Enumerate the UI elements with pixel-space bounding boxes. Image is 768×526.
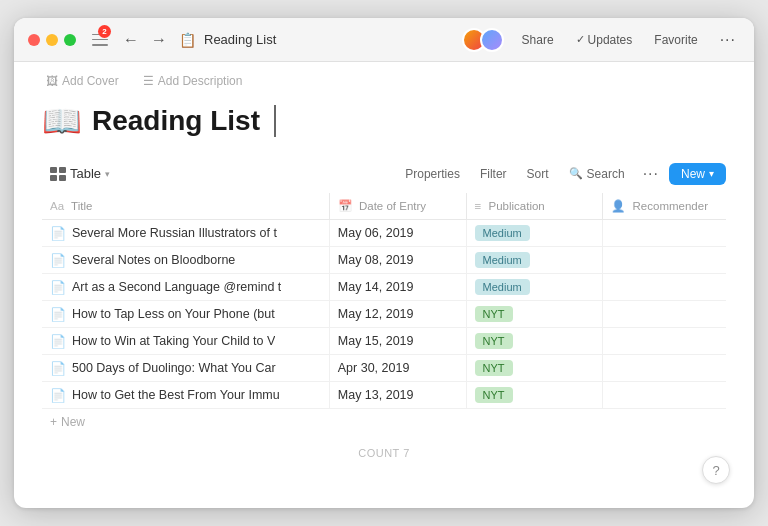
more-views-button[interactable]: ··· [637, 163, 665, 185]
title-value: Several Notes on Bloodborne [72, 253, 235, 267]
table-row[interactable]: 📄 How to Win at Taking Your Child to V M… [42, 328, 726, 355]
search-icon: 🔍 [569, 167, 583, 180]
filter-button[interactable]: Filter [472, 163, 515, 185]
cell-title: 📄 Art as a Second Language @remind t [42, 274, 329, 301]
search-label: Search [587, 167, 625, 181]
table-row[interactable]: 📄 Several More Russian Illustrators of t… [42, 220, 726, 247]
col-header-title: Aa Title [42, 193, 329, 220]
database-table: Aa Title 📅 Date of Entry ≡ Publication [42, 193, 726, 409]
help-button[interactable]: ? [702, 456, 730, 484]
checkmark-icon: ✓ [576, 33, 585, 46]
cell-publication: Medium [466, 274, 603, 301]
cell-recommender [603, 247, 726, 274]
back-button[interactable]: ← [119, 29, 143, 51]
title-value: Art as a Second Language @remind t [72, 280, 281, 294]
publication-badge: Medium [475, 279, 530, 295]
cell-recommender [603, 328, 726, 355]
date-value: May 12, 2019 [338, 307, 414, 321]
add-new-row-button[interactable]: + New [42, 409, 726, 435]
plus-icon: + [50, 415, 57, 429]
traffic-lights [28, 34, 76, 46]
table-row[interactable]: 📄 Several Notes on Bloodborne May 08, 20… [42, 247, 726, 274]
close-button[interactable] [28, 34, 40, 46]
publication-badge: NYT [475, 306, 513, 322]
updates-label: Updates [588, 33, 633, 47]
count-bar: COUNT 7 [42, 435, 726, 463]
cell-title: 📄 Several More Russian Illustrators of t [42, 220, 329, 247]
cell-recommender [603, 220, 726, 247]
maximize-button[interactable] [64, 34, 76, 46]
cell-date: May 15, 2019 [329, 328, 466, 355]
cell-title: 📄 500 Days of Duolingo: What You Car [42, 355, 329, 382]
view-toolbar: Table ▾ Properties Filter Sort 🔍 [42, 158, 726, 193]
cell-recommender [603, 382, 726, 409]
document-icon: 📄 [50, 334, 66, 349]
title-value: How to Get the Best From Your Immu [72, 388, 280, 402]
updates-button[interactable]: ✓ Updates [572, 31, 637, 49]
document-icon: 📄 [50, 361, 66, 376]
search-button[interactable]: 🔍 Search [561, 163, 633, 185]
toolbar-right: Properties Filter Sort 🔍 Search ··· New [397, 163, 726, 185]
publication-badge: NYT [475, 333, 513, 349]
filter-label: Filter [480, 167, 507, 181]
sort-label: Sort [527, 167, 549, 181]
col-header-date: 📅 Date of Entry [329, 193, 466, 220]
cell-title: 📄 How to Win at Taking Your Child to V [42, 328, 329, 355]
count-value: 7 [403, 447, 410, 459]
more-options-button[interactable]: ··· [716, 29, 740, 51]
col-header-recommender: 👤 Recommender [603, 193, 726, 220]
nav-buttons: 2 ← → [92, 29, 171, 51]
table-icon [50, 167, 66, 181]
add-cover-label: Add Cover [62, 74, 119, 88]
titlebar-right: Share ✓ Updates Favorite ··· [462, 28, 740, 52]
count-label: COUNT [358, 447, 399, 459]
notification-badge: 2 [98, 25, 111, 38]
calendar-icon: 📅 [338, 199, 352, 213]
title-icon: Aa [50, 200, 64, 212]
image-icon: 🖼 [46, 74, 58, 88]
sort-button[interactable]: Sort [519, 163, 557, 185]
table-row[interactable]: 📄 500 Days of Duolingo: What You Car Apr… [42, 355, 726, 382]
view-selector-button[interactable]: Table ▾ [42, 162, 118, 185]
title-value: How to Tap Less on Your Phone (but [72, 307, 275, 321]
cell-date: May 06, 2019 [329, 220, 466, 247]
cell-publication: NYT [466, 301, 603, 328]
cell-publication: Medium [466, 220, 603, 247]
table-row[interactable]: 📄 How to Get the Best From Your Immu May… [42, 382, 726, 409]
date-value: May 14, 2019 [338, 280, 414, 294]
share-button[interactable]: Share [518, 31, 558, 49]
date-value: May 06, 2019 [338, 226, 414, 240]
cell-publication: NYT [466, 382, 603, 409]
document-icon: 📄 [50, 253, 66, 268]
col-header-publication: ≡ Publication [466, 193, 603, 220]
properties-button[interactable]: Properties [397, 163, 468, 185]
window-title: Reading List [204, 32, 276, 47]
new-label: New [681, 167, 705, 181]
table-row[interactable]: 📄 Art as a Second Language @remind t May… [42, 274, 726, 301]
cell-date: May 08, 2019 [329, 247, 466, 274]
page-emoji: 📖 [42, 102, 82, 140]
forward-button[interactable]: → [147, 29, 171, 51]
titlebar: 2 ← → 📋 Reading List Share ✓ Updates [14, 18, 754, 62]
table-row[interactable]: 📄 How to Tap Less on Your Phone (but May… [42, 301, 726, 328]
add-description-label: Add Description [158, 74, 243, 88]
text-cursor [274, 105, 276, 137]
question-mark-icon: ? [712, 463, 719, 478]
add-description-button[interactable]: ☰ Add Description [139, 72, 247, 90]
new-record-button[interactable]: New ▾ [669, 163, 726, 185]
chevron-down-icon: ▾ [105, 169, 110, 179]
document-icon: 📄 [50, 280, 66, 295]
minimize-button[interactable] [46, 34, 58, 46]
cell-publication: Medium [466, 247, 603, 274]
favorite-button[interactable]: Favorite [650, 31, 701, 49]
cell-title: 📄 How to Tap Less on Your Phone (but [42, 301, 329, 328]
person-icon: 👤 [611, 199, 625, 213]
list-icon: ≡ [475, 200, 482, 212]
publication-badge: Medium [475, 252, 530, 268]
add-meta-bar: 🖼 Add Cover ☰ Add Description [42, 62, 726, 94]
table-header-row: Aa Title 📅 Date of Entry ≡ Publication [42, 193, 726, 220]
window-title-icon: 📋 [179, 32, 196, 48]
document-icon: 📄 [50, 388, 66, 403]
document-icon: 📄 [50, 307, 66, 322]
add-cover-button[interactable]: 🖼 Add Cover [42, 72, 123, 90]
